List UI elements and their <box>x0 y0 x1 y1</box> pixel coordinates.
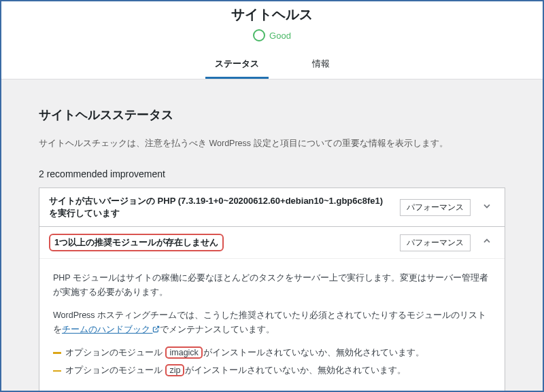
list-item: オプションのモジュール imagickがインストールされていないか、無効化されて… <box>53 346 491 360</box>
section-description: サイトヘルスチェックは、注意を払うべき WordPress 設定と項目についての… <box>39 138 505 149</box>
issue-header[interactable]: サイトが古いバージョンの PHP (7.3.19-1+0~20200612.60… <box>39 188 505 226</box>
issue-body-text: PHP モジュールはサイトの稼働に必要なほとんどのタスクをサーバー上で実行します… <box>53 271 491 300</box>
issue-missing-modules: 1つ以上の推奨モジュールが存在しません パフォーマンス PHP モジュールはサイ… <box>39 227 505 392</box>
recommendations-heading: 2 recommended improvement <box>39 168 505 179</box>
handbook-link[interactable]: チームのハンドブック <box>62 325 160 334</box>
tab-info[interactable]: 情報 <box>303 54 339 79</box>
status-circle-icon <box>253 29 265 41</box>
status-text: Good <box>269 31 291 41</box>
performance-badge: パフォーマンス <box>400 234 471 251</box>
external-link-icon <box>152 323 160 338</box>
issue-title: 1つ以上の推奨モジュールが存在しません <box>49 234 392 251</box>
chevron-down-icon[interactable] <box>479 200 495 214</box>
dash-icon <box>53 352 61 354</box>
highlight-annotation: 1つ以上の推奨モジュールが存在しません <box>49 234 224 251</box>
issue-php-version: サイトが古いバージョンの PHP (7.3.19-1+0~20200612.60… <box>39 188 505 227</box>
status-indicator: Good <box>1 29 543 41</box>
issue-body-text: WordPress ホスティングチームでは、こうした推奨されていたり必須とされて… <box>53 308 491 338</box>
dash-icon <box>53 370 61 372</box>
section-title: サイトヘルスステータス <box>39 107 505 123</box>
tab-status[interactable]: ステータス <box>205 54 269 79</box>
highlight-annotation: zip <box>165 364 184 376</box>
page-title: サイトヘルス <box>1 5 543 24</box>
list-item: オプションのモジュール zipがインストールされていないか、無効化されています。 <box>53 363 491 378</box>
performance-badge: パフォーマンス <box>400 199 471 216</box>
module-list: オプションのモジュール imagickがインストールされていないか、無効化されて… <box>53 346 491 378</box>
tabs: ステータス 情報 <box>1 54 543 79</box>
chevron-up-icon[interactable] <box>479 236 495 249</box>
issue-title: サイトが古いバージョンの PHP (7.3.19-1+0~20200612.60… <box>49 195 392 219</box>
issue-body: PHP モジュールはサイトの稼働に必要なほとんどのタスクをサーバー上で実行します… <box>39 258 505 391</box>
highlight-annotation: imagick <box>165 346 202 359</box>
issue-header[interactable]: 1つ以上の推奨モジュールが存在しません パフォーマンス <box>39 227 505 258</box>
